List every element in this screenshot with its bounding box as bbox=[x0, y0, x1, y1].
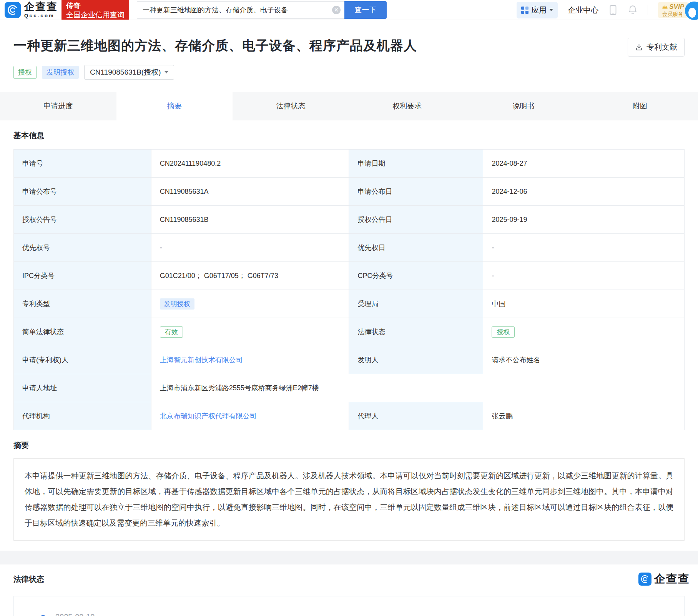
row-label: 优先权日 bbox=[349, 234, 483, 262]
page-title: 一种更新三维地图的方法、存储介质、电子设备、程序产品及机器人 bbox=[13, 37, 417, 55]
tab-abstract[interactable]: 摘要 bbox=[116, 92, 233, 120]
table-row: 专利类型 发明授权 受理局 中国 bbox=[14, 290, 685, 318]
svip-label: SVIP bbox=[669, 3, 684, 11]
top-header: 企查查 Qcc.com 传奇 全国企业信用查询 ✕ 查一下 应用 企业中心 bbox=[0, 0, 698, 20]
applicant-company-link[interactable]: 上海智元新创技术有限公司 bbox=[160, 356, 243, 364]
table-row: 申请人地址 上海市浦东新区秀浦路2555号康桥商务绿洲E2幢7楼 bbox=[14, 374, 685, 402]
promo-line2: 全国企业信用查询 bbox=[66, 10, 125, 20]
row-label: 专利类型 bbox=[14, 290, 151, 318]
basic-info-table: 申请号 CN202411190480.2 申请日期 2024-08-27 申请公… bbox=[13, 149, 685, 430]
phone-icon[interactable] bbox=[608, 5, 618, 15]
abstract-box: 本申请提供一种更新三维地图的方法、存储介质、电子设备、程序产品及机器人。涉及机器… bbox=[13, 458, 685, 541]
download-icon bbox=[635, 43, 643, 51]
row-label: 申请人地址 bbox=[14, 374, 151, 402]
row-value: CN202411190480.2 bbox=[151, 150, 349, 178]
row-value: 2024-12-06 bbox=[483, 178, 685, 206]
apps-grid-icon bbox=[521, 7, 528, 14]
type-badge: 发明授权 bbox=[42, 66, 79, 79]
row-label: 优先权号 bbox=[14, 234, 151, 262]
row-value: 2025-09-19 bbox=[483, 206, 685, 234]
patent-type-badge: 发明授权 bbox=[160, 298, 194, 310]
row-value: 请求不公布姓名 bbox=[483, 346, 685, 374]
agency-link[interactable]: 北京布瑞知识产权代理有限公司 bbox=[160, 412, 257, 420]
table-row: 优先权号 - 优先权日 - bbox=[14, 234, 685, 262]
row-label: 代理机构 bbox=[14, 402, 151, 430]
row-label: IPC分类号 bbox=[14, 262, 151, 290]
status-badge: 授权 bbox=[13, 66, 37, 79]
promo-badge: 传奇 全国企业信用查询 bbox=[61, 0, 129, 20]
tab-bar: 申请进度 摘要 法律状态 权利要求 说明书 附图 bbox=[0, 92, 698, 120]
qcc-logo[interactable]: 企查查 Qcc.com bbox=[5, 0, 58, 20]
row-label: 简单法律状态 bbox=[14, 318, 151, 346]
row-label: 申请公布号 bbox=[14, 178, 151, 206]
patent-doc-button[interactable]: 专利文献 bbox=[628, 38, 685, 57]
row-value: 中国 bbox=[483, 290, 685, 318]
row-label: 申请公布日 bbox=[349, 178, 483, 206]
row-value: - bbox=[151, 234, 349, 262]
nav-apps[interactable]: 应用 bbox=[517, 2, 558, 18]
row-value: CN119085631A bbox=[151, 178, 349, 206]
tab-application-progress[interactable]: 申请进度 bbox=[0, 92, 116, 120]
nav-enterprise-center[interactable]: 企业中心 bbox=[568, 5, 598, 15]
section-divider bbox=[0, 551, 698, 564]
table-row: 申请号 CN202411190480.2 申请日期 2024-08-27 bbox=[14, 150, 685, 178]
simple-legal-status-badge: 有效 bbox=[160, 326, 183, 338]
applicant-address: 上海市浦东新区秀浦路2555号康桥商务绿洲E2幢7楼 bbox=[151, 374, 684, 402]
row-label: 授权公告日 bbox=[349, 206, 483, 234]
qcc-logo-icon bbox=[5, 2, 21, 18]
legal-status-timeline: 2025-09-19 授权 bbox=[13, 596, 685, 616]
patent-number-label: CN119085631B(授权) bbox=[90, 67, 161, 77]
row-value: 2024-08-27 bbox=[483, 150, 685, 178]
table-row: 申请公布号 CN119085631A 申请公布日 2024-12-06 bbox=[14, 178, 685, 206]
table-row: 申请(专利权)人 上海智元新创技术有限公司 发明人 请求不公布姓名 bbox=[14, 346, 685, 374]
row-label: 法律状态 bbox=[349, 318, 483, 346]
clear-icon[interactable]: ✕ bbox=[332, 6, 341, 14]
brand-name: 企查查 bbox=[24, 2, 58, 12]
svip-sublabel: 会员服务 bbox=[662, 11, 684, 17]
row-label: 申请日期 bbox=[349, 150, 483, 178]
divider bbox=[648, 5, 648, 15]
basic-info-heading: 基本信息 bbox=[13, 130, 685, 141]
legal-status-badge: 授权 bbox=[492, 326, 515, 338]
tab-claims[interactable]: 权利要求 bbox=[349, 92, 465, 120]
abstract-heading: 摘要 bbox=[13, 440, 685, 451]
row-label: 受理局 bbox=[349, 290, 483, 318]
qcc-watermark-icon bbox=[638, 573, 651, 586]
patent-doc-label: 专利文献 bbox=[646, 42, 677, 52]
row-value: - bbox=[483, 234, 685, 262]
search-input[interactable] bbox=[143, 6, 332, 14]
row-label: 申请(专利权)人 bbox=[14, 346, 151, 374]
table-row: 简单法律状态 有效 法律状态 授权 bbox=[14, 318, 685, 346]
qcc-watermark-label: 企查查 bbox=[654, 571, 690, 587]
row-value: CN119085631B bbox=[151, 206, 349, 234]
row-label: 申请号 bbox=[14, 150, 151, 178]
table-row: 代理机构 北京布瑞知识产权代理有限公司 代理人 张云鹏 bbox=[14, 402, 685, 430]
svip-badge[interactable]: SVIP 会员服务 bbox=[658, 2, 688, 18]
tab-legal-status[interactable]: 法律状态 bbox=[233, 92, 349, 120]
caret-down-icon bbox=[165, 71, 168, 73]
event-date: 2025-09-19 bbox=[55, 613, 684, 616]
table-row: 授权公告号 CN119085631B 授权公告日 2025-09-19 bbox=[14, 206, 685, 234]
row-value: - bbox=[483, 262, 685, 290]
patent-number-select[interactable]: CN119085631B(授权) bbox=[84, 65, 174, 80]
tab-figures[interactable]: 附图 bbox=[582, 92, 698, 120]
crown-icon bbox=[662, 4, 668, 9]
tab-description[interactable]: 说明书 bbox=[465, 92, 582, 120]
row-label: 代理人 bbox=[349, 402, 483, 430]
bell-icon[interactable] bbox=[628, 5, 638, 15]
search-button[interactable]: 查一下 bbox=[344, 1, 387, 19]
nav-apps-label: 应用 bbox=[531, 5, 547, 15]
caret-down-icon bbox=[549, 9, 553, 11]
brand-domain: Qcc.com bbox=[24, 13, 58, 18]
row-value: G01C21/00； G06T17/05； G06T7/73 bbox=[151, 262, 349, 290]
row-label: 发明人 bbox=[349, 346, 483, 374]
row-value: 张云鹏 bbox=[483, 402, 685, 430]
promo-line1: 传奇 bbox=[66, 1, 125, 10]
row-label: CPC分类号 bbox=[349, 262, 483, 290]
row-label: 授权公告号 bbox=[14, 206, 151, 234]
legal-status-heading: 法律状态 bbox=[13, 574, 44, 584]
qcc-watermark: 企查查 bbox=[638, 571, 690, 587]
table-row: IPC分类号 G01C21/00； G06T17/05； G06T7/73 CP… bbox=[14, 262, 685, 290]
